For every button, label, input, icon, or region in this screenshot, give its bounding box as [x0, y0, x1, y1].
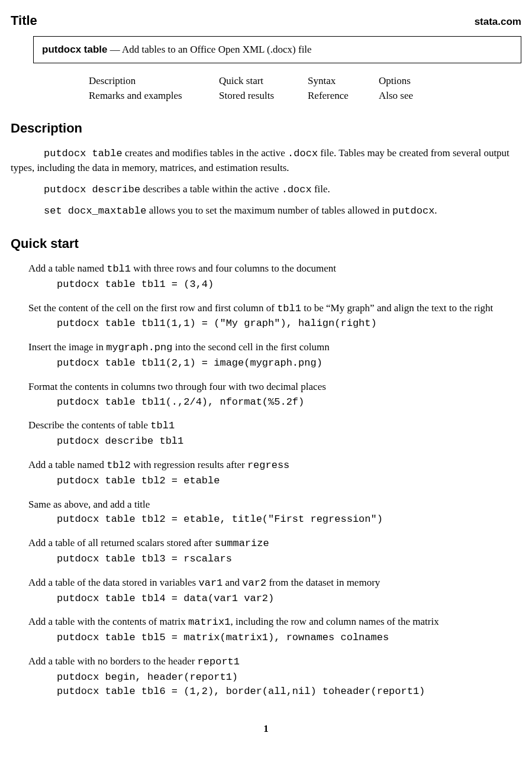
title-heading: Title: [11, 12, 37, 30]
qs-tt: summarize: [215, 538, 269, 549]
toc-alsosee[interactable]: Also see: [379, 90, 413, 101]
qs-item: Add a table with no borders to the heade…: [28, 654, 521, 698]
qs-text: Add a table named: [28, 459, 107, 470]
toc-quickstart[interactable]: Quick start: [219, 75, 263, 86]
qs-item: Format the contents in columns two throu…: [28, 380, 521, 409]
qs-code: putdocx table tbl1(1,1) = ("My graph"), …: [57, 317, 521, 331]
toc-options[interactable]: Options: [379, 75, 411, 86]
qs-tt: mygraph.png: [106, 342, 172, 353]
qs-code: putdocx table tbl2 = etable: [57, 474, 521, 488]
qs-text: Describe the contents of table: [28, 419, 150, 431]
qs-text: from the dataset in memory: [266, 577, 380, 588]
qs-code: putdocx table tbl4 = data(var1 var2): [57, 592, 521, 606]
qs-code: putdocx describe tbl1: [57, 434, 521, 448]
qs-tt: var2: [242, 577, 266, 589]
qs-tt: var1: [198, 577, 223, 589]
toc-row: Remarks and examples Stored results Refe…: [89, 89, 521, 103]
qs-tt: tbl1: [277, 303, 301, 314]
qs-text: with three rows and four columns to the …: [131, 263, 336, 274]
desc-p1-ext: .docx: [288, 148, 318, 159]
site-link[interactable]: stata.com: [475, 15, 521, 29]
qs-code: putdocx begin, header(report1) putdocx t…: [57, 670, 521, 699]
qs-tt: regress: [247, 460, 289, 471]
qs-code: putdocx table tbl1 = (3,4): [57, 277, 521, 292]
qs-item: Insert the image in mygraph.png into the…: [28, 340, 521, 370]
desc-p3-cmd2: putdocx: [392, 205, 434, 217]
desc-p3-rest: .: [434, 205, 437, 216]
page-number: 1: [11, 722, 521, 736]
quickstart-list: Add a table named tbl1 with three rows a…: [28, 262, 521, 698]
toc-syntax[interactable]: Syntax: [308, 75, 336, 86]
toc-row: Description Quick start Syntax Options: [89, 74, 521, 88]
title-sep: —: [108, 44, 122, 55]
qs-text: Set the content of the cell on the first…: [28, 302, 277, 314]
qs-tt: matrix1: [188, 616, 230, 628]
section-quickstart: Quick start: [11, 235, 521, 253]
qs-text: , including the row and column names of …: [230, 616, 439, 627]
desc-p3-text: allows you to set the maximum number of …: [146, 205, 392, 216]
title-command: putdocx table: [42, 44, 108, 55]
toc-stored[interactable]: Stored results: [219, 90, 274, 101]
toc: Description Quick start Syntax Options R…: [89, 74, 521, 104]
qs-item: Add a table of the data stored in variab…: [28, 576, 521, 606]
qs-code: putdocx table tbl1(2,1) = image(mygraph.…: [57, 356, 521, 370]
qs-code: putdocx table tbl5 = matrix(matrix1), ro…: [57, 631, 521, 645]
toc-reference[interactable]: Reference: [308, 90, 349, 101]
title-desc: Add tables to an Office Open XML (.docx)…: [122, 44, 312, 55]
desc-p1-text: creates and modifies tables in the activ…: [122, 147, 288, 159]
desc-p2-ext: .docx: [282, 184, 312, 195]
header-row: Title stata.com: [11, 12, 521, 30]
qs-text: with regression results after: [131, 459, 247, 470]
qs-tt: tbl2: [107, 460, 131, 471]
qs-text: Add a table of all returned scalars stor…: [28, 537, 215, 548]
qs-item: Add a table named tbl1 with three rows a…: [28, 262, 521, 292]
title-box: putdocx table — Add tables to an Office …: [33, 36, 521, 63]
qs-text: Same as above, and add a title: [28, 499, 150, 510]
qs-code: putdocx table tbl1(.,2/4), nformat(%5.2f…: [57, 395, 521, 409]
qs-text: Add a table with the contents of matrix: [28, 616, 188, 627]
desc-p2-rest: file.: [312, 183, 330, 195]
desc-p1-cmd: putdocx table: [44, 148, 122, 159]
section-description: Description: [11, 120, 521, 138]
qs-tt: tbl1: [150, 420, 175, 431]
desc-p2-text: describes a table within the active: [140, 183, 281, 195]
qs-text: to be “My graph” and align the text to t…: [301, 302, 493, 314]
description-block: putdocx table creates and modifies table…: [26, 146, 521, 218]
qs-tt: tbl1: [107, 263, 131, 275]
desc-p2-cmd: putdocx describe: [44, 184, 140, 195]
qs-code: putdocx table tbl3 = rscalars: [57, 552, 521, 566]
toc-remarks[interactable]: Remarks and examples: [89, 90, 182, 101]
qs-text: and: [223, 577, 242, 588]
qs-item: Describe the contents of table tbl1 putd…: [28, 418, 521, 448]
qs-text: Add a table named: [28, 263, 107, 274]
qs-item: Same as above, and add a title putdocx t…: [28, 498, 521, 527]
desc-p3-cmd: set docx_maxtable: [44, 205, 146, 217]
toc-description[interactable]: Description: [89, 75, 136, 86]
qs-tt: report1: [198, 656, 240, 667]
qs-text: Add a table of the data stored in variab…: [28, 577, 198, 588]
qs-text: Add a table with no borders to the heade…: [28, 656, 198, 667]
qs-item: Add a table with the contents of matrix …: [28, 615, 521, 645]
qs-item: Add a table of all returned scalars stor…: [28, 536, 521, 566]
qs-item: Add a table named tbl2 with regression r…: [28, 458, 521, 488]
qs-text: Insert the image in: [28, 341, 106, 353]
qs-item: Set the content of the cell on the first…: [28, 301, 521, 331]
qs-text: into the second cell in the first column: [172, 341, 329, 353]
qs-code: putdocx table tbl2 = etable, title("Firs…: [57, 512, 521, 527]
qs-text: Format the contents in columns two throu…: [28, 381, 326, 392]
